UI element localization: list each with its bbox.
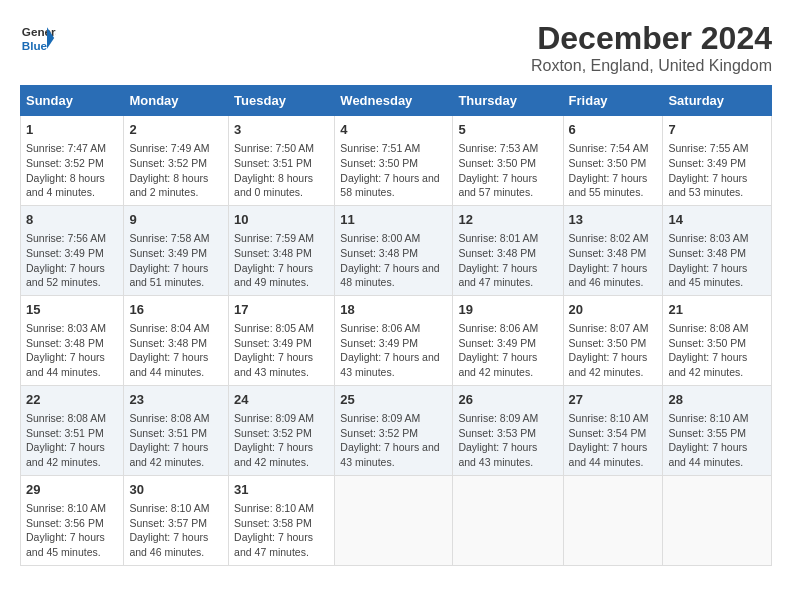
calendar-cell: 10Sunrise: 7:59 AMSunset: 3:48 PMDayligh…: [229, 205, 335, 295]
day-number: 9: [129, 211, 223, 229]
day-info: Sunrise: 7:51 AMSunset: 3:50 PMDaylight:…: [340, 141, 447, 200]
calendar-cell: 30Sunrise: 8:10 AMSunset: 3:57 PMDayligh…: [124, 475, 229, 565]
day-info: Sunrise: 8:06 AMSunset: 3:49 PMDaylight:…: [458, 321, 557, 380]
day-number: 27: [569, 391, 658, 409]
day-info: Sunrise: 8:09 AMSunset: 3:53 PMDaylight:…: [458, 411, 557, 470]
day-number: 24: [234, 391, 329, 409]
calendar-cell: 8Sunrise: 7:56 AMSunset: 3:49 PMDaylight…: [21, 205, 124, 295]
calendar-cell: 2Sunrise: 7:49 AMSunset: 3:52 PMDaylight…: [124, 116, 229, 206]
calendar-cell: 15Sunrise: 8:03 AMSunset: 3:48 PMDayligh…: [21, 295, 124, 385]
day-number: 17: [234, 301, 329, 319]
calendar-header-row: SundayMondayTuesdayWednesdayThursdayFrid…: [21, 86, 772, 116]
day-number: 20: [569, 301, 658, 319]
calendar-cell: 1Sunrise: 7:47 AMSunset: 3:52 PMDaylight…: [21, 116, 124, 206]
calendar-cell: [453, 475, 563, 565]
day-number: 18: [340, 301, 447, 319]
calendar-cell: 4Sunrise: 7:51 AMSunset: 3:50 PMDaylight…: [335, 116, 453, 206]
calendar-cell: 7Sunrise: 7:55 AMSunset: 3:49 PMDaylight…: [663, 116, 772, 206]
day-info: Sunrise: 8:08 AMSunset: 3:51 PMDaylight:…: [129, 411, 223, 470]
calendar-cell: 16Sunrise: 8:04 AMSunset: 3:48 PMDayligh…: [124, 295, 229, 385]
day-info: Sunrise: 8:10 AMSunset: 3:57 PMDaylight:…: [129, 501, 223, 560]
day-number: 7: [668, 121, 766, 139]
day-info: Sunrise: 8:06 AMSunset: 3:49 PMDaylight:…: [340, 321, 447, 380]
day-number: 2: [129, 121, 223, 139]
calendar-week-row: 22Sunrise: 8:08 AMSunset: 3:51 PMDayligh…: [21, 385, 772, 475]
day-number: 4: [340, 121, 447, 139]
month-title: December 2024: [531, 20, 772, 57]
calendar-cell: 12Sunrise: 8:01 AMSunset: 3:48 PMDayligh…: [453, 205, 563, 295]
calendar-cell: 9Sunrise: 7:58 AMSunset: 3:49 PMDaylight…: [124, 205, 229, 295]
day-info: Sunrise: 8:00 AMSunset: 3:48 PMDaylight:…: [340, 231, 447, 290]
day-number: 26: [458, 391, 557, 409]
day-info: Sunrise: 7:50 AMSunset: 3:51 PMDaylight:…: [234, 141, 329, 200]
day-info: Sunrise: 7:58 AMSunset: 3:49 PMDaylight:…: [129, 231, 223, 290]
day-number: 13: [569, 211, 658, 229]
calendar-cell: 29Sunrise: 8:10 AMSunset: 3:56 PMDayligh…: [21, 475, 124, 565]
day-info: Sunrise: 8:07 AMSunset: 3:50 PMDaylight:…: [569, 321, 658, 380]
day-number: 28: [668, 391, 766, 409]
day-number: 8: [26, 211, 118, 229]
calendar-cell: [335, 475, 453, 565]
day-info: Sunrise: 8:09 AMSunset: 3:52 PMDaylight:…: [234, 411, 329, 470]
calendar-cell: 25Sunrise: 8:09 AMSunset: 3:52 PMDayligh…: [335, 385, 453, 475]
calendar-week-row: 29Sunrise: 8:10 AMSunset: 3:56 PMDayligh…: [21, 475, 772, 565]
calendar-cell: 20Sunrise: 8:07 AMSunset: 3:50 PMDayligh…: [563, 295, 663, 385]
day-info: Sunrise: 7:56 AMSunset: 3:49 PMDaylight:…: [26, 231, 118, 290]
calendar-cell: 3Sunrise: 7:50 AMSunset: 3:51 PMDaylight…: [229, 116, 335, 206]
day-number: 23: [129, 391, 223, 409]
day-info: Sunrise: 7:55 AMSunset: 3:49 PMDaylight:…: [668, 141, 766, 200]
day-info: Sunrise: 8:05 AMSunset: 3:49 PMDaylight:…: [234, 321, 329, 380]
day-info: Sunrise: 7:49 AMSunset: 3:52 PMDaylight:…: [129, 141, 223, 200]
calendar-cell: 19Sunrise: 8:06 AMSunset: 3:49 PMDayligh…: [453, 295, 563, 385]
day-info: Sunrise: 8:09 AMSunset: 3:52 PMDaylight:…: [340, 411, 447, 470]
column-header-friday: Friday: [563, 86, 663, 116]
day-info: Sunrise: 8:02 AMSunset: 3:48 PMDaylight:…: [569, 231, 658, 290]
calendar-cell: 26Sunrise: 8:09 AMSunset: 3:53 PMDayligh…: [453, 385, 563, 475]
calendar-cell: 14Sunrise: 8:03 AMSunset: 3:48 PMDayligh…: [663, 205, 772, 295]
logo: General Blue: [20, 20, 56, 56]
day-number: 29: [26, 481, 118, 499]
calendar-cell: 13Sunrise: 8:02 AMSunset: 3:48 PMDayligh…: [563, 205, 663, 295]
calendar-cell: 17Sunrise: 8:05 AMSunset: 3:49 PMDayligh…: [229, 295, 335, 385]
day-number: 19: [458, 301, 557, 319]
column-header-wednesday: Wednesday: [335, 86, 453, 116]
calendar-cell: 27Sunrise: 8:10 AMSunset: 3:54 PMDayligh…: [563, 385, 663, 475]
day-info: Sunrise: 7:47 AMSunset: 3:52 PMDaylight:…: [26, 141, 118, 200]
day-number: 12: [458, 211, 557, 229]
location-title: Roxton, England, United Kingdom: [531, 57, 772, 75]
calendar-cell: 24Sunrise: 8:09 AMSunset: 3:52 PMDayligh…: [229, 385, 335, 475]
day-number: 3: [234, 121, 329, 139]
calendar-week-row: 8Sunrise: 7:56 AMSunset: 3:49 PMDaylight…: [21, 205, 772, 295]
day-number: 22: [26, 391, 118, 409]
calendar-cell: 31Sunrise: 8:10 AMSunset: 3:58 PMDayligh…: [229, 475, 335, 565]
calendar-week-row: 15Sunrise: 8:03 AMSunset: 3:48 PMDayligh…: [21, 295, 772, 385]
day-number: 11: [340, 211, 447, 229]
day-info: Sunrise: 7:54 AMSunset: 3:50 PMDaylight:…: [569, 141, 658, 200]
day-number: 14: [668, 211, 766, 229]
calendar-cell: 18Sunrise: 8:06 AMSunset: 3:49 PMDayligh…: [335, 295, 453, 385]
calendar-cell: 6Sunrise: 7:54 AMSunset: 3:50 PMDaylight…: [563, 116, 663, 206]
day-info: Sunrise: 8:04 AMSunset: 3:48 PMDaylight:…: [129, 321, 223, 380]
day-number: 5: [458, 121, 557, 139]
column-header-tuesday: Tuesday: [229, 86, 335, 116]
day-number: 10: [234, 211, 329, 229]
day-info: Sunrise: 8:03 AMSunset: 3:48 PMDaylight:…: [26, 321, 118, 380]
day-number: 15: [26, 301, 118, 319]
day-number: 31: [234, 481, 329, 499]
column-header-monday: Monday: [124, 86, 229, 116]
calendar-cell: [663, 475, 772, 565]
day-info: Sunrise: 8:10 AMSunset: 3:58 PMDaylight:…: [234, 501, 329, 560]
svg-text:Blue: Blue: [22, 39, 48, 52]
calendar-cell: 28Sunrise: 8:10 AMSunset: 3:55 PMDayligh…: [663, 385, 772, 475]
day-info: Sunrise: 8:10 AMSunset: 3:56 PMDaylight:…: [26, 501, 118, 560]
calendar-cell: 11Sunrise: 8:00 AMSunset: 3:48 PMDayligh…: [335, 205, 453, 295]
calendar-cell: 5Sunrise: 7:53 AMSunset: 3:50 PMDaylight…: [453, 116, 563, 206]
calendar-cell: 23Sunrise: 8:08 AMSunset: 3:51 PMDayligh…: [124, 385, 229, 475]
calendar-table: SundayMondayTuesdayWednesdayThursdayFrid…: [20, 85, 772, 566]
day-info: Sunrise: 8:08 AMSunset: 3:50 PMDaylight:…: [668, 321, 766, 380]
day-number: 6: [569, 121, 658, 139]
day-info: Sunrise: 7:53 AMSunset: 3:50 PMDaylight:…: [458, 141, 557, 200]
day-info: Sunrise: 8:10 AMSunset: 3:54 PMDaylight:…: [569, 411, 658, 470]
day-info: Sunrise: 7:59 AMSunset: 3:48 PMDaylight:…: [234, 231, 329, 290]
calendar-week-row: 1Sunrise: 7:47 AMSunset: 3:52 PMDaylight…: [21, 116, 772, 206]
